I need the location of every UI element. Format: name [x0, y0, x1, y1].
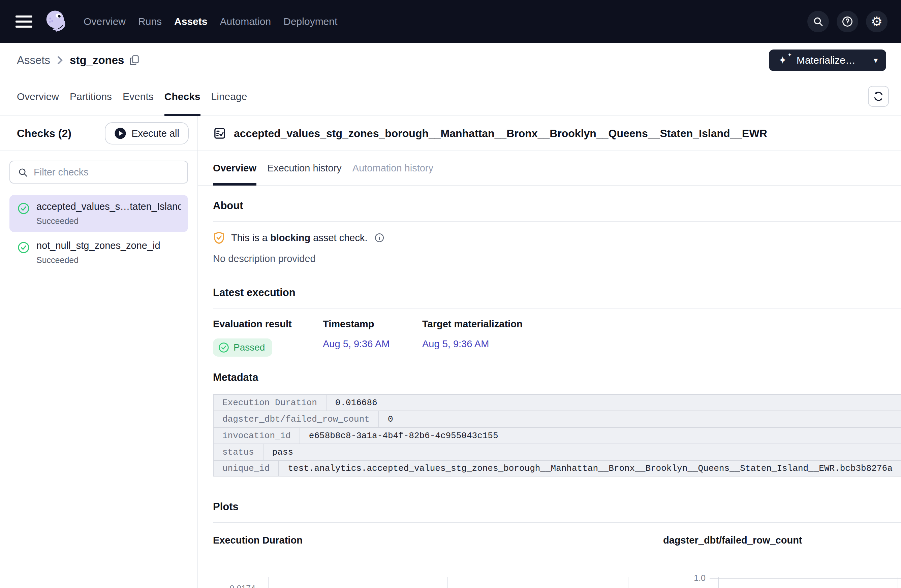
checks-sidebar: Checks (2) Execute all	[0, 116, 198, 588]
checks-count-title: Checks (2)	[17, 127, 72, 140]
check-item-name: not_null_stg_zones_zone_id	[36, 240, 181, 251]
metadata-key: status	[214, 444, 263, 460]
materialize-button[interactable]: ✦ ✦ Materialize…	[769, 50, 865, 71]
check-item-name: accepted_values_s…taten_Island_	[36, 201, 181, 212]
checks-sidebar-header: Checks (2) Execute all	[0, 116, 198, 151]
check-success-icon	[17, 241, 30, 254]
shield-check-icon	[213, 231, 225, 244]
metadata-heading: Metadata	[213, 372, 901, 384]
tab-checks[interactable]: Checks	[164, 78, 201, 116]
check-list-item-not-null[interactable]: not_null_stg_zones_zone_id Succeeded	[9, 234, 188, 271]
blocking-note-text: This is a blocking asset check.	[231, 232, 368, 243]
latest-execution-heading: Latest execution	[213, 286, 901, 299]
passed-check-icon	[218, 342, 229, 353]
y-axis-tick-label: 1.0	[663, 573, 706, 583]
search-icon	[813, 16, 823, 27]
evaluation-result-label: Evaluation result	[213, 319, 323, 330]
target-materialization-label: Target materialization	[422, 319, 522, 330]
metadata-value: 0.016686	[326, 395, 386, 411]
execute-all-button[interactable]: Execute all	[105, 122, 189, 145]
check-tab-automation-history: Automation history	[352, 151, 433, 185]
breadcrumb-row: Assets stg_zones ✦ ✦ Materialize… ▾	[0, 43, 901, 78]
top-nav-links: Overview Runs Assets Automation Deployme…	[84, 16, 337, 27]
tab-events[interactable]: Events	[123, 78, 154, 116]
latest-execution-grid: Evaluation result Passed	[213, 319, 901, 357]
copy-asset-name-button[interactable]	[129, 54, 139, 66]
blocking-info-button[interactable]	[374, 233, 385, 243]
blocking-note-row: This is a blocking asset check.	[213, 231, 901, 244]
metadata-value: e658b8c8-3a1a-4b4f-82b6-4c955043c155	[300, 428, 507, 443]
timestamp-label: Timestamp	[323, 319, 422, 330]
refresh-button[interactable]	[868, 86, 889, 107]
chart-plot-area: 1.0 0.6	[663, 577, 901, 588]
table-row: invocation_id e658b8c8-3a1a-4b4f-82b6-4c…	[214, 427, 901, 443]
gear-icon: ⚙	[871, 15, 882, 28]
nav-item-assets[interactable]: Assets	[174, 16, 207, 27]
metadata-key: Execution Duration	[214, 395, 326, 411]
check-name-title: accepted_values_stg_zones_borough__Manha…	[234, 127, 767, 140]
filter-checks-input[interactable]	[10, 161, 187, 183]
check-list-item-accepted-values[interactable]: accepted_values_s…taten_Island_ Succeede…	[9, 195, 188, 232]
help-button[interactable]	[837, 11, 858, 32]
timestamp-link[interactable]: Aug 5, 9:36 AM	[323, 338, 390, 349]
nav-item-runs[interactable]: Runs	[138, 16, 162, 27]
copy-icon	[129, 54, 139, 66]
nav-item-deployment[interactable]: Deployment	[284, 16, 337, 27]
tab-partitions[interactable]: Partitions	[70, 78, 112, 116]
check-header: accepted_values_stg_zones_borough__Manha…	[198, 116, 901, 151]
metadata-key: invocation_id	[214, 428, 300, 443]
breadcrumb-current-asset: stg_zones	[70, 54, 124, 67]
search-button[interactable]	[807, 11, 829, 32]
check-item-status: Succeeded	[36, 216, 181, 226]
check-item-status: Succeeded	[36, 255, 181, 265]
top-navigation-bar: Overview Runs Assets Automation Deployme…	[0, 0, 901, 43]
check-detail-panel: accepted_values_stg_zones_borough__Manha…	[198, 116, 901, 588]
latest-execution-section: Latest execution Evaluation result Passe…	[213, 286, 901, 357]
execution-duration-chart: Execution Duration 0.0174	[213, 535, 648, 588]
plots-section: Plots Execution Duration 0.0174	[213, 501, 901, 588]
check-detail-tabs: Overview Execution history Automation hi…	[198, 151, 901, 185]
chart-title: dagster_dbt/failed_row_count	[663, 535, 901, 546]
passed-status-badge: Passed	[213, 338, 272, 357]
settings-button[interactable]: ⚙	[866, 11, 887, 32]
metadata-value: 0	[379, 411, 402, 427]
table-row: dagster_dbt/failed_row_count 0	[214, 411, 901, 427]
breadcrumb-assets-link[interactable]: Assets	[17, 54, 50, 67]
about-heading: About	[213, 200, 901, 212]
metadata-key: dagster_dbt/failed_row_count	[214, 411, 379, 427]
filter-checks-box	[9, 161, 188, 184]
metadata-section: Metadata Execution Duration 0.016686 dag…	[213, 372, 901, 476]
tab-lineage[interactable]: Lineage	[211, 78, 247, 116]
check-success-icon	[17, 202, 30, 215]
chart-plot-area: 0.0174	[213, 577, 648, 588]
target-materialization-link[interactable]: Aug 5, 9:36 AM	[422, 338, 489, 349]
filter-search-icon	[17, 167, 28, 178]
info-icon	[374, 233, 385, 243]
nav-item-automation[interactable]: Automation	[220, 16, 271, 27]
metadata-key: unique_id	[214, 461, 279, 476]
check-tab-overview[interactable]: Overview	[213, 151, 256, 185]
dagster-logo-icon[interactable]	[42, 8, 69, 35]
asset-tabs: Overview Partitions Events Checks Lineag…	[0, 78, 901, 116]
failed-row-count-chart: dagster_dbt/failed_row_count 1.0 0.6	[663, 535, 901, 588]
metadata-value: test.analytics.accepted_values_stg_zones…	[279, 461, 901, 476]
play-circle-icon	[114, 127, 126, 139]
table-row: Execution Duration 0.016686	[214, 394, 901, 411]
hamburger-menu-icon[interactable]	[16, 16, 32, 28]
no-description-text: No description provided	[213, 253, 901, 264]
about-section: About This is a blocking asset check.	[213, 200, 901, 264]
plots-heading: Plots	[213, 501, 901, 513]
check-list: accepted_values_s…taten_Island_ Succeede…	[9, 195, 188, 271]
tab-overview[interactable]: Overview	[17, 78, 59, 116]
nav-item-overview[interactable]: Overview	[84, 16, 126, 27]
content-area: Checks (2) Execute all	[0, 116, 901, 588]
table-row: unique_id test.analytics.accepted_values…	[214, 460, 901, 476]
materialize-dropdown-button[interactable]: ▾	[865, 50, 886, 71]
passed-badge-label: Passed	[234, 342, 265, 353]
metadata-table: Execution Duration 0.016686 dagster_dbt/…	[213, 394, 901, 476]
check-tab-execution-history[interactable]: Execution history	[267, 151, 342, 185]
help-icon	[841, 16, 854, 28]
sparkle-icon: ✦ ✦	[778, 54, 791, 67]
refresh-icon	[873, 90, 884, 102]
y-axis-tick-label: 0.0174	[213, 583, 256, 588]
